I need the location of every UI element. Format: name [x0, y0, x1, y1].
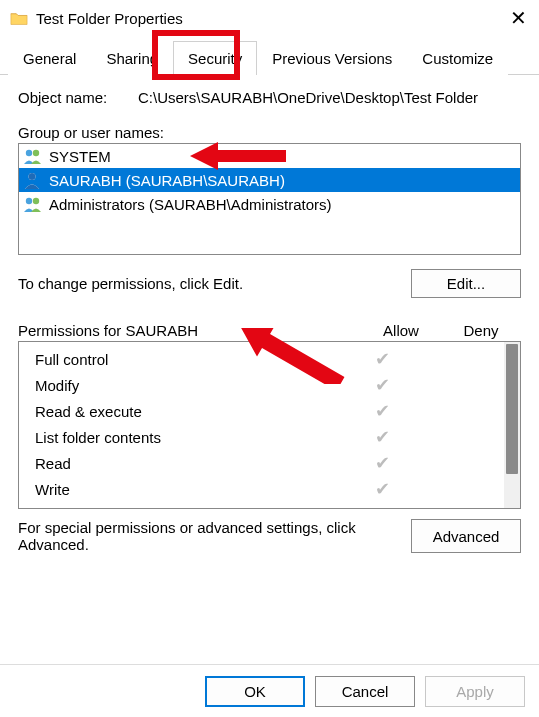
security-tab-panel: Object name: C:\Users\SAURABH\OneDrive\D…: [0, 75, 539, 565]
edit-hint-text: To change permissions, click Edit.: [18, 275, 411, 292]
scrollbar-thumb[interactable]: [506, 344, 518, 474]
deny-column-header: Deny: [441, 322, 521, 339]
group-icon: [23, 195, 43, 213]
permission-name: Read: [29, 455, 342, 472]
svg-point-5: [33, 198, 39, 204]
titlebar: Test Folder Properties ✕: [0, 0, 539, 36]
principals-listbox[interactable]: SYSTEM SAURABH (SAURABH\SAURABH) Adminis…: [18, 143, 521, 255]
permission-name: Modify: [29, 377, 342, 394]
advanced-button[interactable]: Advanced: [411, 519, 521, 553]
object-name-label: Object name:: [18, 89, 138, 106]
tab-security[interactable]: Security: [173, 41, 257, 75]
permission-row: Read ✔: [29, 450, 502, 476]
dialog-button-row: OK Cancel Apply: [205, 676, 525, 707]
permission-name: Read & execute: [29, 403, 342, 420]
window-title: Test Folder Properties: [36, 10, 183, 27]
allow-column-header: Allow: [361, 322, 441, 339]
tabstrip: General Sharing Security Previous Versio…: [0, 40, 539, 75]
permission-row: Full control ✔: [29, 346, 502, 372]
allow-check-icon: ✔: [375, 401, 390, 421]
permissions-header: Permissions for SAURABH: [18, 322, 361, 339]
permission-name: Full control: [29, 351, 342, 368]
permission-name: Write: [29, 481, 342, 498]
svg-point-0: [26, 150, 32, 156]
user-icon: [23, 171, 43, 189]
tab-sharing[interactable]: Sharing: [91, 41, 173, 75]
permission-row: Write ✔: [29, 476, 502, 502]
svg-point-4: [26, 198, 32, 204]
scrollbar-track[interactable]: [504, 342, 520, 508]
permission-row: Read & execute ✔: [29, 398, 502, 424]
edit-button[interactable]: Edit...: [411, 269, 521, 298]
principal-label: SAURABH (SAURABH\SAURABH): [49, 172, 285, 189]
principal-system[interactable]: SYSTEM: [19, 144, 520, 168]
tab-previous-versions[interactable]: Previous Versions: [257, 41, 407, 75]
group-icon: [23, 147, 43, 165]
advanced-hint-text: For special permissions or advanced sett…: [18, 519, 411, 553]
permission-name: List folder contents: [29, 429, 342, 446]
principal-label: Administrators (SAURABH\Administrators): [49, 196, 332, 213]
allow-check-icon: ✔: [375, 453, 390, 473]
allow-check-icon: ✔: [375, 375, 390, 395]
tab-general[interactable]: General: [8, 41, 91, 75]
divider: [0, 664, 539, 665]
tab-customize[interactable]: Customize: [407, 41, 508, 75]
svg-point-1: [33, 150, 39, 156]
permission-row: Modify ✔: [29, 372, 502, 398]
principal-label: SYSTEM: [49, 148, 111, 165]
allow-check-icon: ✔: [375, 349, 390, 369]
cancel-button[interactable]: Cancel: [315, 676, 415, 707]
allow-check-icon: ✔: [375, 479, 390, 499]
group-user-names-label: Group or user names:: [18, 124, 521, 141]
allow-check-icon: ✔: [375, 427, 390, 447]
folder-icon: [10, 11, 28, 25]
permissions-listbox: Full control ✔ Modify ✔ Read & execute ✔…: [18, 341, 521, 509]
permission-row: List folder contents ✔: [29, 424, 502, 450]
object-name-value: C:\Users\SAURABH\OneDrive\Desktop\Test F…: [138, 89, 478, 106]
principal-administrators[interactable]: Administrators (SAURABH\Administrators): [19, 192, 520, 216]
close-button[interactable]: ✕: [510, 6, 527, 30]
ok-button[interactable]: OK: [205, 676, 305, 707]
principal-saurabh[interactable]: SAURABH (SAURABH\SAURABH): [19, 168, 520, 192]
apply-button[interactable]: Apply: [425, 676, 525, 707]
svg-point-3: [29, 173, 36, 180]
